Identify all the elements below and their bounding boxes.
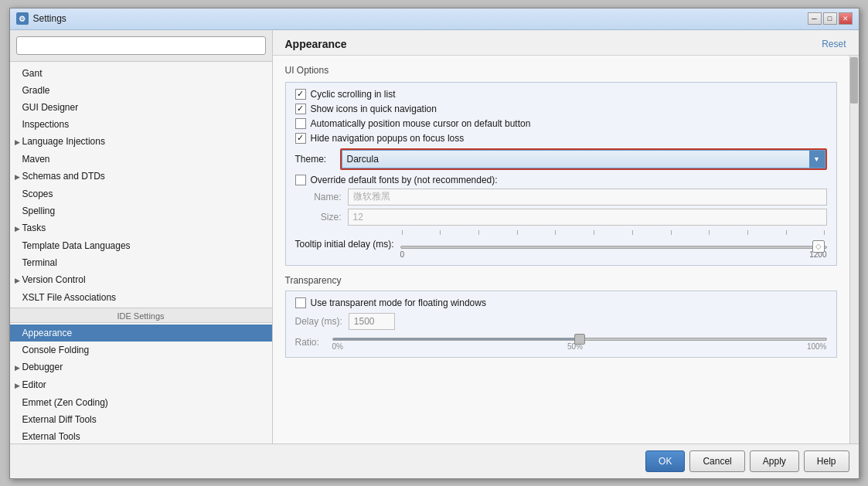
sidebar-item-debugger[interactable]: ▶Debugger xyxy=(10,359,272,376)
help-button[interactable]: Help xyxy=(804,450,849,472)
tooltip-slider-track[interactable] xyxy=(400,246,827,249)
maximize-button[interactable]: □ xyxy=(823,12,837,25)
panel-header: Appearance Reset xyxy=(273,30,859,56)
font-name-row: Name: xyxy=(311,189,827,206)
tooltip-slider-container: 0 1200 xyxy=(400,230,827,259)
panel-content: UI Options Cyclic scrolling in list Show… xyxy=(273,56,849,444)
sidebar-item-version-control[interactable]: ▶Version Control xyxy=(10,271,272,289)
sidebar-item-external-diff-tools[interactable]: External Diff Tools xyxy=(10,411,272,428)
transparency-group: Use transparent mode for floating window… xyxy=(285,291,837,358)
reset-link[interactable]: Reset xyxy=(822,39,846,49)
show-icons-checkbox[interactable] xyxy=(295,104,306,114)
ratio-slider-container: 0% 50% 100% xyxy=(332,335,827,351)
sidebar-item-terminal[interactable]: Terminal xyxy=(10,254,272,271)
search-input[interactable] xyxy=(16,36,266,55)
font-name-label: Name: xyxy=(311,192,342,202)
panel-title: Appearance xyxy=(285,38,347,50)
font-name-input[interactable] xyxy=(348,189,827,206)
use-transparent-label: Use transparent mode for floating window… xyxy=(311,297,486,308)
tooltip-min-label: 0 xyxy=(400,250,405,259)
sidebar-item-inspections[interactable]: Inspections xyxy=(10,116,272,133)
slider-labels: 0 1200 xyxy=(400,250,827,259)
font-size-row: Size: xyxy=(311,209,827,226)
sidebar-item-tasks[interactable]: ▶Tasks xyxy=(10,219,272,237)
ui-options-group: Cyclic scrolling in list Show icons in q… xyxy=(285,82,837,266)
panel-scrollbar xyxy=(849,56,859,444)
hide-nav-row: Hide navigation popups on focus loss xyxy=(295,133,827,144)
sidebar-item-appearance[interactable]: Appearance xyxy=(10,325,272,342)
ratio-max-label: 100% xyxy=(807,342,827,351)
theme-value: Darcula xyxy=(342,154,379,165)
ratio-row: Ratio: 0% 50% 100% xyxy=(295,335,827,351)
font-size-input[interactable] xyxy=(348,209,827,226)
cancel-button[interactable]: Cancel xyxy=(689,450,744,472)
close-button[interactable]: ✕ xyxy=(839,12,853,25)
sidebar-list: Gant Gradle GUI Designer Inspections ▶La… xyxy=(10,62,272,444)
sidebar-item-scopes[interactable]: Scopes xyxy=(10,185,272,202)
override-fonts-row: Override default fonts by (not recommend… xyxy=(295,175,827,185)
ratio-slider-filled xyxy=(333,338,580,340)
theme-select[interactable]: Darcula ▼ xyxy=(342,150,825,168)
ui-options-title: UI Options xyxy=(285,65,837,76)
ide-settings-header: IDE Settings xyxy=(10,308,272,323)
theme-label: Theme: xyxy=(295,154,334,165)
sidebar-item-gui-designer[interactable]: GUI Designer xyxy=(10,99,272,116)
transparency-section: Transparency Use transparent mode for fl… xyxy=(285,275,837,358)
sidebar: Gant Gradle GUI Designer Inspections ▶La… xyxy=(10,30,273,444)
sidebar-item-maven[interactable]: Maven xyxy=(10,151,272,168)
ratio-slider-track[interactable] xyxy=(332,338,827,341)
delay-input[interactable] xyxy=(349,313,395,330)
theme-row: Theme: Darcula ▼ xyxy=(295,148,827,170)
title-bar: ⚙ Settings ─ □ ✕ xyxy=(10,8,859,30)
scrollbar-thumb[interactable] xyxy=(850,57,858,104)
window-controls: ─ □ ✕ xyxy=(808,12,853,25)
theme-select-wrapper: Darcula ▼ xyxy=(340,148,827,170)
sidebar-item-language-injections[interactable]: ▶Language Injections xyxy=(10,133,272,151)
sidebar-item-gradle[interactable]: Gradle xyxy=(10,82,272,99)
delay-row: Delay (ms): xyxy=(295,313,827,330)
theme-dropdown-arrow: ▼ xyxy=(809,151,825,168)
auto-position-checkbox[interactable] xyxy=(295,118,306,129)
sidebar-item-emmet[interactable]: Emmet (Zen Coding) xyxy=(10,394,272,411)
auto-position-label: Automatically position mouse cursor on d… xyxy=(311,118,531,129)
bottom-bar: OK Cancel Apply Help xyxy=(10,444,859,478)
tooltip-row: Tooltip initial delay (ms): xyxy=(295,230,827,259)
use-transparent-checkbox[interactable] xyxy=(295,297,306,308)
tooltip-slider-thumb[interactable] xyxy=(812,240,825,253)
settings-window: ⚙ Settings ─ □ ✕ Gant Gradle GUI Designe… xyxy=(9,8,859,479)
show-icons-row: Show icons in quick navigation xyxy=(295,104,827,114)
sidebar-item-editor[interactable]: ▶Editor xyxy=(10,376,272,394)
cyclic-scrolling-label: Cyclic scrolling in list xyxy=(311,89,396,100)
main-panel: Appearance Reset UI Options Cyclic scrol… xyxy=(273,30,859,444)
ok-button[interactable]: OK xyxy=(645,450,685,472)
cyclic-scrolling-checkbox[interactable] xyxy=(295,89,306,100)
ratio-slider-thumb[interactable] xyxy=(574,334,585,345)
override-fonts-checkbox[interactable] xyxy=(295,175,306,185)
font-fields: Name: Size: xyxy=(295,189,827,226)
apply-button[interactable]: Apply xyxy=(750,450,799,472)
minimize-button[interactable]: ─ xyxy=(808,12,822,25)
slider-ticks xyxy=(400,230,827,235)
sidebar-item-external-tools[interactable]: External Tools xyxy=(10,428,272,444)
ratio-min-label: 0% xyxy=(332,342,343,351)
transparency-title: Transparency xyxy=(285,275,837,286)
app-icon: ⚙ xyxy=(16,12,29,25)
sidebar-item-xslt[interactable]: XSLT File Associations xyxy=(10,289,272,306)
window-title: Settings xyxy=(33,13,808,24)
sidebar-item-gant[interactable]: Gant xyxy=(10,65,272,82)
content-area: Gant Gradle GUI Designer Inspections ▶La… xyxy=(10,30,859,444)
font-size-label: Size: xyxy=(311,212,342,223)
show-icons-label: Show icons in quick navigation xyxy=(311,104,437,114)
tooltip-label: Tooltip initial delay (ms): xyxy=(295,239,394,250)
delay-label: Delay (ms): xyxy=(295,316,342,327)
sidebar-item-schemas-dtds[interactable]: ▶Schemas and DTDs xyxy=(10,168,272,185)
auto-position-row: Automatically position mouse cursor on d… xyxy=(295,118,827,129)
cyclic-scrolling-row: Cyclic scrolling in list xyxy=(295,89,827,100)
use-transparent-row: Use transparent mode for floating window… xyxy=(295,297,827,308)
sidebar-item-spelling[interactable]: Spelling xyxy=(10,202,272,219)
sidebar-item-console-folding[interactable]: Console Folding xyxy=(10,342,272,359)
sidebar-item-template-data-languages[interactable]: Template Data Languages xyxy=(10,237,272,254)
hide-nav-label: Hide navigation popups on focus loss xyxy=(311,133,465,144)
ratio-label: Ratio: xyxy=(295,337,326,348)
hide-nav-checkbox[interactable] xyxy=(295,133,306,144)
